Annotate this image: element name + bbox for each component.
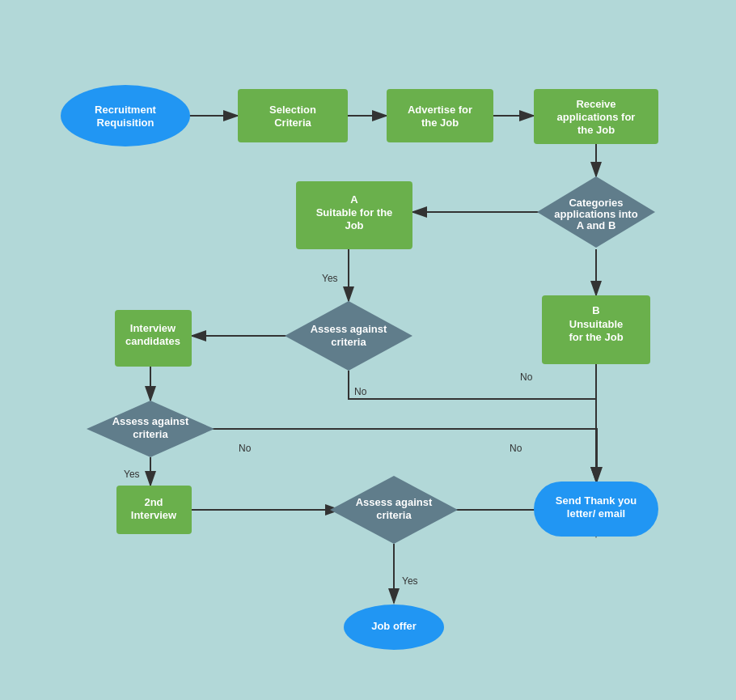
advertise-job-label2: the Job: [421, 117, 459, 129]
arrow-assess1-no: [349, 371, 596, 482]
assess-criteria-1-label: Assess against: [311, 323, 387, 335]
label-no1: No: [354, 386, 367, 397]
recruitment-requisition-label: Recruitment: [95, 104, 157, 116]
interview-candidates-label: Interview: [130, 322, 176, 334]
job-offer-label: Job offer: [371, 620, 417, 632]
assess-criteria-3-label: Assess against: [356, 496, 433, 508]
second-interview-label: 2nd: [144, 496, 163, 508]
assess-criteria-1-label2: criteria: [331, 336, 366, 348]
advertise-job-label: Advertise for: [408, 104, 472, 116]
suitable-job-label: A: [350, 193, 358, 206]
recruitment-requisition-label2: Requisition: [97, 117, 154, 129]
label-no2: No: [520, 371, 533, 383]
categories-label3: A and B: [577, 219, 616, 231]
selection-criteria-label: Selection: [269, 104, 316, 116]
send-thankyou-label2: letter/ email: [567, 507, 625, 520]
flowchart-svg: Yes No No Yes No Yes No Recruitment Requ…: [0, 0, 736, 700]
categories-label2: applications into: [554, 208, 637, 220]
assess-criteria-2-label2: criteria: [133, 428, 168, 440]
assess-criteria-2-label: Assess against: [112, 415, 189, 427]
unsuitable-job-label2: Unsuitable: [569, 318, 623, 330]
second-interview-label2: Interview: [131, 509, 177, 521]
label-no3: No: [239, 443, 252, 454]
receive-applications-label3: the Job: [577, 124, 615, 136]
label-yes1: Yes: [322, 273, 338, 284]
unsuitable-job-label: B: [592, 304, 599, 316]
unsuitable-job-label3: for the Job: [569, 331, 623, 343]
suitable-job-label3: Job: [345, 219, 363, 231]
interview-candidates-label2: candidates: [125, 335, 180, 347]
categories-label: Categories: [569, 197, 623, 209]
assess-criteria-3-label2: criteria: [376, 509, 412, 521]
label-yes3: Yes: [402, 575, 418, 587]
arrow-assess2-no: [200, 429, 597, 482]
receive-applications-label2: applications for: [557, 111, 636, 123]
selection-criteria-label2: Criteria: [274, 117, 311, 129]
suitable-job-label2: Suitable for the: [316, 206, 393, 218]
label-no-assess3: No: [510, 443, 522, 454]
send-thankyou-label: Send Thank you: [556, 494, 637, 507]
receive-applications-label: Receive: [576, 98, 615, 110]
label-yes2: Yes: [124, 469, 140, 480]
